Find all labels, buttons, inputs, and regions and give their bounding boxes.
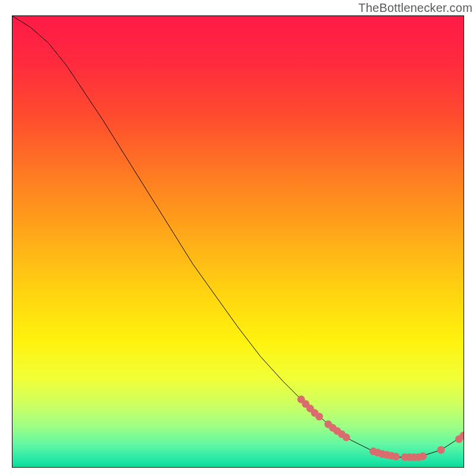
data-point bbox=[342, 434, 350, 441]
plot-inner bbox=[12, 16, 464, 467]
plot-area bbox=[12, 15, 464, 468]
watermark-text: TheBottlenecker.com bbox=[358, 1, 472, 15]
chart-svg bbox=[12, 16, 464, 467]
data-point bbox=[437, 446, 445, 454]
chart-frame: TheBottlenecker.com bbox=[0, 0, 476, 476]
data-point bbox=[392, 453, 400, 461]
gradient-background bbox=[12, 16, 464, 467]
data-point bbox=[419, 452, 427, 460]
data-point bbox=[315, 413, 323, 421]
